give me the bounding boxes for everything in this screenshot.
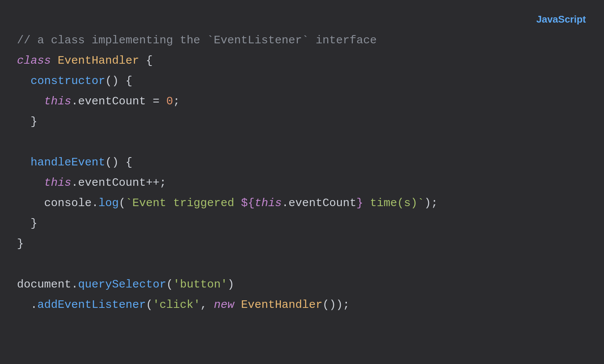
brace: } bbox=[31, 217, 37, 230]
string-literal: time(s) bbox=[363, 197, 417, 210]
keyword-this: this bbox=[44, 176, 71, 189]
parens: () bbox=[322, 298, 336, 311]
dot: . bbox=[71, 95, 78, 108]
property: eventCount bbox=[78, 176, 146, 189]
code-line: this.eventCount++; bbox=[17, 173, 587, 193]
keyword-this: this bbox=[254, 197, 282, 210]
code-line: } bbox=[17, 234, 587, 254]
code-line: this.eventCount = 0; bbox=[17, 91, 587, 112]
brace: } bbox=[17, 237, 24, 250]
template-close: } bbox=[356, 197, 363, 210]
paren: ( bbox=[146, 298, 153, 311]
class-name: EventHandler bbox=[241, 298, 322, 311]
backtick: ` bbox=[126, 197, 132, 210]
semicolon: ; bbox=[431, 197, 438, 210]
brace: { bbox=[119, 75, 132, 87]
code-line: .addEventListener('click', new EventHand… bbox=[17, 295, 587, 315]
code-line: constructor() { bbox=[17, 71, 587, 91]
code-line-blank bbox=[17, 254, 587, 274]
class-name: EventHandler bbox=[58, 54, 139, 67]
code-comment: // a class implementing the `EventListen… bbox=[17, 34, 377, 47]
quote: ' bbox=[221, 278, 227, 291]
method-call: querySelector bbox=[78, 278, 166, 291]
identifier: document bbox=[17, 278, 71, 291]
code-block: // a class implementing the `EventListen… bbox=[0, 0, 604, 332]
code-line: class EventHandler { bbox=[17, 50, 587, 71]
operator: ++ bbox=[146, 176, 159, 189]
code-line: console.log(`Event triggered ${this.even… bbox=[17, 193, 587, 213]
dot: . bbox=[282, 197, 288, 210]
paren: ) bbox=[336, 298, 343, 311]
brace: { bbox=[119, 156, 132, 169]
comma: , bbox=[200, 298, 214, 311]
keyword-this: this bbox=[44, 95, 71, 108]
dot: . bbox=[31, 298, 37, 311]
operator: = bbox=[146, 95, 166, 108]
method-name: handleEvent bbox=[31, 156, 105, 169]
paren: ( bbox=[166, 278, 173, 291]
dot: . bbox=[92, 197, 98, 210]
semicolon: ; bbox=[343, 298, 350, 311]
semicolon: ; bbox=[159, 176, 166, 189]
identifier: console bbox=[44, 197, 92, 210]
brace: } bbox=[31, 115, 37, 128]
code-line: handleEvent() { bbox=[17, 152, 587, 173]
code-line: } bbox=[17, 112, 587, 132]
code-line: } bbox=[17, 213, 587, 234]
method-call: addEventListener bbox=[37, 298, 146, 311]
parens: () bbox=[105, 156, 119, 169]
semicolon: ; bbox=[173, 95, 180, 108]
dot: . bbox=[71, 176, 78, 189]
dot: . bbox=[71, 278, 78, 291]
constructor-name: constructor bbox=[31, 75, 105, 87]
paren: ) bbox=[227, 278, 234, 291]
string-literal: button bbox=[180, 278, 221, 291]
method-call: log bbox=[98, 197, 119, 210]
backtick: ` bbox=[417, 197, 424, 210]
keyword-new: new bbox=[214, 298, 234, 311]
brace: { bbox=[139, 54, 153, 67]
number-literal: 0 bbox=[166, 95, 173, 108]
quote: ' bbox=[173, 278, 180, 291]
quote: ' bbox=[153, 298, 159, 311]
code-line: // a class implementing the `EventListen… bbox=[17, 30, 587, 50]
property: eventCount bbox=[288, 197, 356, 210]
paren: ( bbox=[119, 197, 126, 210]
string-literal: click bbox=[159, 298, 193, 311]
quote: ' bbox=[193, 298, 200, 311]
language-label: JavaScript bbox=[536, 11, 586, 28]
paren: ) bbox=[424, 197, 431, 210]
string-literal: Event triggered bbox=[132, 197, 241, 210]
code-line-blank bbox=[17, 132, 587, 152]
code-line: document.querySelector('button') bbox=[17, 274, 587, 295]
template-open: ${ bbox=[241, 197, 254, 210]
property: eventCount bbox=[78, 95, 146, 108]
parens: () bbox=[105, 75, 119, 87]
keyword-class: class bbox=[17, 54, 51, 67]
